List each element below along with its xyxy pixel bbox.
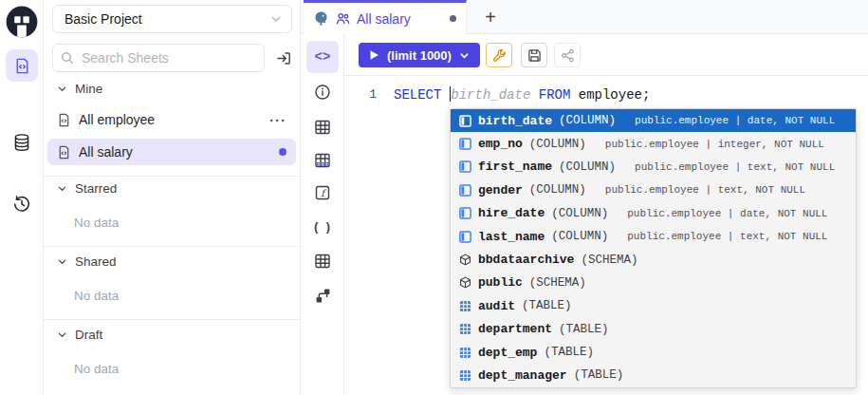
- search-sheets-input[interactable]: [52, 44, 265, 72]
- table-icon: [459, 323, 471, 335]
- function-icon: f: [314, 184, 331, 201]
- chevron-down-icon: [57, 183, 67, 194]
- completion-label: dept_manager: [478, 368, 567, 383]
- left-rail: [0, 0, 44, 395]
- section-divider: [44, 319, 300, 320]
- rail-sql-editor-button[interactable]: <>: [306, 41, 339, 73]
- admin-mode-button[interactable]: [486, 43, 512, 67]
- share-icon: [561, 48, 575, 63]
- app-logo[interactable]: [5, 5, 39, 39]
- rail-procedures-button[interactable]: ( ): [306, 211, 339, 243]
- completion-kind: (TABLE): [574, 368, 624, 382]
- completion-item[interactable]: emp_no(COLUMN)public.employee | integer,…: [451, 132, 856, 155]
- sheet-item-all-salary[interactable]: All salary: [47, 139, 296, 165]
- run-query-button[interactable]: (limit 1000): [359, 43, 480, 67]
- completion-label: last_name: [478, 230, 545, 244]
- project-name: Basic Project: [65, 11, 270, 27]
- completion-detail: public.employee | text, NOT NULL: [627, 231, 827, 242]
- project-selector[interactable]: Basic Project: [52, 5, 292, 33]
- completion-item[interactable]: birth_date(COLUMN)public.employee | date…: [451, 109, 856, 132]
- code-brackets-icon: <>: [315, 49, 331, 65]
- code-text: SELECT birth_date FROM employee;: [377, 86, 650, 103]
- code-line-1[interactable]: 1 SELECT birth_date FROM employee;: [344, 85, 868, 103]
- column-icon: [459, 184, 471, 197]
- rail-databases-button[interactable]: [6, 126, 38, 159]
- completion-item[interactable]: first_name(COLUMN)public.employee | text…: [451, 156, 856, 179]
- completion-kind: (TABLE): [559, 323, 609, 336]
- completion-label: audit: [478, 299, 515, 313]
- tab-bar: All salary +: [301, 0, 868, 34]
- table-grid-icon: [314, 119, 331, 136]
- sheet-item-all-employee[interactable]: All employee ···: [47, 106, 296, 133]
- schema-diagram-icon: [315, 288, 331, 304]
- sql-editor-app: Basic Project Mine: [0, 0, 868, 395]
- completion-label: emp_no: [478, 137, 523, 151]
- completion-kind: (COLUMN): [529, 183, 586, 197]
- line-number: 1: [344, 87, 377, 102]
- chevron-down-icon: [57, 256, 67, 267]
- column-icon: [459, 160, 471, 173]
- completion-item[interactable]: department(TABLE): [451, 318, 856, 341]
- completion-kind: (COLUMN): [529, 138, 586, 151]
- sheet-sidebar: Basic Project Mine: [44, 0, 301, 395]
- section-divider: [44, 176, 300, 177]
- completion-item[interactable]: hire_date(COLUMN)public.employee | date,…: [451, 202, 856, 225]
- section-label: Draft: [75, 328, 102, 342]
- share-button[interactable]: [554, 43, 581, 67]
- rail-functions-button[interactable]: f: [306, 177, 339, 209]
- section-shared[interactable]: Shared: [57, 254, 117, 269]
- database-icon: [12, 133, 31, 152]
- rail-external-tables-button[interactable]: [306, 245, 339, 277]
- completion-detail: public.employee | integer, NOT NULL: [605, 139, 824, 150]
- table-icon: [459, 369, 471, 382]
- completion-label: bbdataarchive: [478, 253, 574, 267]
- completion-kind: (COLUMN): [559, 114, 616, 127]
- chevron-down-icon: [57, 329, 67, 340]
- rail-sample-data-button[interactable]: [306, 144, 339, 177]
- empty-state: No data: [74, 216, 119, 230]
- completion-item[interactable]: bbdataarchive(SCHEMA): [451, 248, 856, 271]
- completion-item[interactable]: last_name(COLUMN)public.employee | text,…: [451, 225, 856, 248]
- sheet-item-label: All employee: [79, 112, 262, 127]
- sheet-file-icon: [57, 145, 71, 160]
- column-icon: [459, 231, 471, 243]
- chevron-down-icon: [270, 13, 282, 25]
- completion-item[interactable]: public(SCHEMA): [451, 272, 856, 294]
- chevron-down-icon: [459, 50, 470, 61]
- history-icon: [12, 195, 31, 214]
- completion-detail: public.employee | date, NOT NULL: [635, 115, 835, 126]
- rail-info-button[interactable]: [306, 76, 339, 108]
- shared-users-icon: [336, 11, 350, 26]
- tab-label: All salary: [357, 11, 443, 27]
- code-editor[interactable]: 1 SELECT birth_date FROM employee; birth…: [344, 76, 868, 395]
- completion-item[interactable]: audit(TABLE): [451, 294, 856, 317]
- completion-kind: (TABLE): [522, 299, 572, 312]
- completion-kind: (COLUMN): [551, 207, 608, 220]
- schema-icon: [459, 254, 471, 266]
- section-mine[interactable]: Mine: [57, 82, 102, 96]
- rail-tables-button[interactable]: [306, 111, 339, 143]
- sql-keyword: FROM: [530, 87, 570, 103]
- tab-dirty-dot: [450, 15, 456, 22]
- info-icon: [314, 84, 331, 101]
- column-icon: [459, 115, 471, 127]
- rail-history-button[interactable]: [6, 188, 38, 220]
- completion-item[interactable]: dept_emp(TABLE): [451, 341, 856, 364]
- save-button[interactable]: [521, 43, 547, 67]
- sql-identifier: employee;: [570, 87, 650, 103]
- tab-all-salary[interactable]: All salary: [304, 0, 467, 34]
- new-tab-button[interactable]: +: [477, 4, 504, 30]
- completion-label: first_name: [478, 160, 552, 174]
- completion-item[interactable]: dept_manager(TABLE): [451, 364, 856, 386]
- completion-kind: (TABLE): [544, 346, 594, 359]
- completion-item[interactable]: gender(COLUMN)public.employee | text, NO…: [451, 179, 856, 201]
- section-draft[interactable]: Draft: [57, 328, 102, 342]
- rail-sheets-button[interactable]: [6, 49, 38, 82]
- section-starred[interactable]: Starred: [57, 181, 117, 196]
- completion-label: birth_date: [478, 114, 552, 128]
- save-icon: [527, 48, 542, 63]
- rail-schema-diagram-button[interactable]: [306, 279, 339, 311]
- import-sheet-button[interactable]: [271, 47, 296, 69]
- sheet-more-button[interactable]: ···: [269, 112, 286, 128]
- sheet-file-icon: [57, 113, 71, 127]
